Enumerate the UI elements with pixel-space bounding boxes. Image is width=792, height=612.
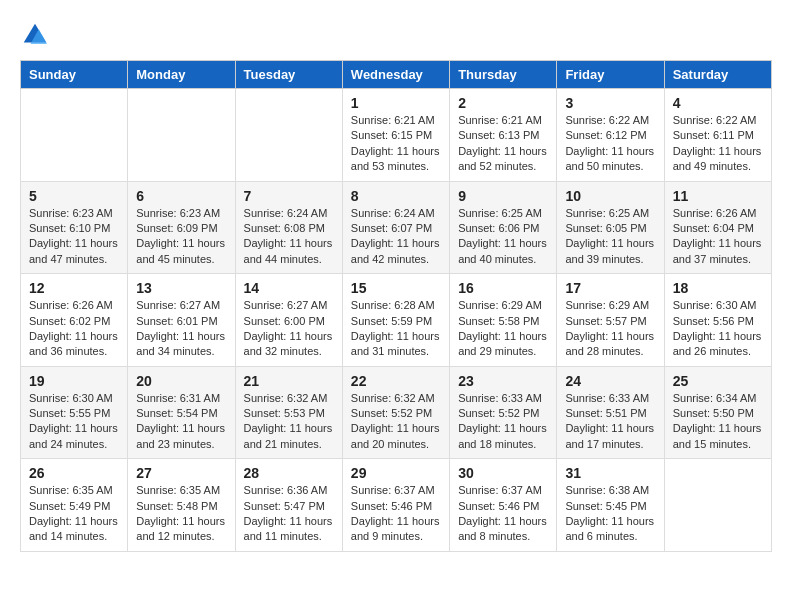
day-number: 4 (673, 95, 763, 111)
cell-content: Sunrise: 6:30 AM Sunset: 5:55 PM Dayligh… (29, 391, 119, 453)
weekday-header-tuesday: Tuesday (235, 61, 342, 89)
calendar-cell: 8Sunrise: 6:24 AM Sunset: 6:07 PM Daylig… (342, 181, 449, 274)
day-number: 3 (565, 95, 655, 111)
day-number: 23 (458, 373, 548, 389)
calendar-cell: 6Sunrise: 6:23 AM Sunset: 6:09 PM Daylig… (128, 181, 235, 274)
cell-content: Sunrise: 6:23 AM Sunset: 6:10 PM Dayligh… (29, 206, 119, 268)
cell-content: Sunrise: 6:25 AM Sunset: 6:06 PM Dayligh… (458, 206, 548, 268)
week-row-5: 26Sunrise: 6:35 AM Sunset: 5:49 PM Dayli… (21, 459, 772, 552)
calendar-cell: 5Sunrise: 6:23 AM Sunset: 6:10 PM Daylig… (21, 181, 128, 274)
day-number: 8 (351, 188, 441, 204)
weekday-header-thursday: Thursday (450, 61, 557, 89)
calendar-cell: 22Sunrise: 6:32 AM Sunset: 5:52 PM Dayli… (342, 366, 449, 459)
cell-content: Sunrise: 6:38 AM Sunset: 5:45 PM Dayligh… (565, 483, 655, 545)
cell-content: Sunrise: 6:35 AM Sunset: 5:48 PM Dayligh… (136, 483, 226, 545)
day-number: 13 (136, 280, 226, 296)
day-number: 24 (565, 373, 655, 389)
calendar-cell: 30Sunrise: 6:37 AM Sunset: 5:46 PM Dayli… (450, 459, 557, 552)
cell-content: Sunrise: 6:29 AM Sunset: 5:58 PM Dayligh… (458, 298, 548, 360)
calendar-cell: 31Sunrise: 6:38 AM Sunset: 5:45 PM Dayli… (557, 459, 664, 552)
week-row-4: 19Sunrise: 6:30 AM Sunset: 5:55 PM Dayli… (21, 366, 772, 459)
day-number: 1 (351, 95, 441, 111)
weekday-header-sunday: Sunday (21, 61, 128, 89)
day-number: 11 (673, 188, 763, 204)
day-number: 9 (458, 188, 548, 204)
day-number: 16 (458, 280, 548, 296)
cell-content: Sunrise: 6:32 AM Sunset: 5:52 PM Dayligh… (351, 391, 441, 453)
cell-content: Sunrise: 6:36 AM Sunset: 5:47 PM Dayligh… (244, 483, 334, 545)
weekday-header-row: SundayMondayTuesdayWednesdayThursdayFrid… (21, 61, 772, 89)
cell-content: Sunrise: 6:21 AM Sunset: 6:15 PM Dayligh… (351, 113, 441, 175)
calendar-cell: 3Sunrise: 6:22 AM Sunset: 6:12 PM Daylig… (557, 89, 664, 182)
cell-content: Sunrise: 6:22 AM Sunset: 6:12 PM Dayligh… (565, 113, 655, 175)
day-number: 31 (565, 465, 655, 481)
calendar-cell: 19Sunrise: 6:30 AM Sunset: 5:55 PM Dayli… (21, 366, 128, 459)
day-number: 26 (29, 465, 119, 481)
calendar-cell: 25Sunrise: 6:34 AM Sunset: 5:50 PM Dayli… (664, 366, 771, 459)
cell-content: Sunrise: 6:33 AM Sunset: 5:52 PM Dayligh… (458, 391, 548, 453)
day-number: 12 (29, 280, 119, 296)
calendar-cell: 9Sunrise: 6:25 AM Sunset: 6:06 PM Daylig… (450, 181, 557, 274)
day-number: 2 (458, 95, 548, 111)
calendar-cell: 18Sunrise: 6:30 AM Sunset: 5:56 PM Dayli… (664, 274, 771, 367)
calendar-cell: 29Sunrise: 6:37 AM Sunset: 5:46 PM Dayli… (342, 459, 449, 552)
weekday-header-wednesday: Wednesday (342, 61, 449, 89)
calendar-cell: 13Sunrise: 6:27 AM Sunset: 6:01 PM Dayli… (128, 274, 235, 367)
calendar-cell: 16Sunrise: 6:29 AM Sunset: 5:58 PM Dayli… (450, 274, 557, 367)
cell-content: Sunrise: 6:24 AM Sunset: 6:07 PM Dayligh… (351, 206, 441, 268)
weekday-header-friday: Friday (557, 61, 664, 89)
calendar-cell: 1Sunrise: 6:21 AM Sunset: 6:15 PM Daylig… (342, 89, 449, 182)
cell-content: Sunrise: 6:21 AM Sunset: 6:13 PM Dayligh… (458, 113, 548, 175)
calendar-cell: 23Sunrise: 6:33 AM Sunset: 5:52 PM Dayli… (450, 366, 557, 459)
day-number: 7 (244, 188, 334, 204)
cell-content: Sunrise: 6:31 AM Sunset: 5:54 PM Dayligh… (136, 391, 226, 453)
calendar-cell: 21Sunrise: 6:32 AM Sunset: 5:53 PM Dayli… (235, 366, 342, 459)
week-row-1: 1Sunrise: 6:21 AM Sunset: 6:15 PM Daylig… (21, 89, 772, 182)
day-number: 29 (351, 465, 441, 481)
calendar-cell: 4Sunrise: 6:22 AM Sunset: 6:11 PM Daylig… (664, 89, 771, 182)
page-header (20, 20, 772, 50)
cell-content: Sunrise: 6:26 AM Sunset: 6:02 PM Dayligh… (29, 298, 119, 360)
day-number: 5 (29, 188, 119, 204)
calendar-cell (664, 459, 771, 552)
day-number: 17 (565, 280, 655, 296)
cell-content: Sunrise: 6:27 AM Sunset: 6:01 PM Dayligh… (136, 298, 226, 360)
calendar-cell: 7Sunrise: 6:24 AM Sunset: 6:08 PM Daylig… (235, 181, 342, 274)
calendar-cell: 24Sunrise: 6:33 AM Sunset: 5:51 PM Dayli… (557, 366, 664, 459)
day-number: 19 (29, 373, 119, 389)
cell-content: Sunrise: 6:34 AM Sunset: 5:50 PM Dayligh… (673, 391, 763, 453)
cell-content: Sunrise: 6:24 AM Sunset: 6:08 PM Dayligh… (244, 206, 334, 268)
calendar-cell (21, 89, 128, 182)
cell-content: Sunrise: 6:23 AM Sunset: 6:09 PM Dayligh… (136, 206, 226, 268)
cell-content: Sunrise: 6:35 AM Sunset: 5:49 PM Dayligh… (29, 483, 119, 545)
day-number: 25 (673, 373, 763, 389)
cell-content: Sunrise: 6:30 AM Sunset: 5:56 PM Dayligh… (673, 298, 763, 360)
calendar-cell (235, 89, 342, 182)
logo (20, 20, 54, 50)
calendar-cell: 27Sunrise: 6:35 AM Sunset: 5:48 PM Dayli… (128, 459, 235, 552)
cell-content: Sunrise: 6:22 AM Sunset: 6:11 PM Dayligh… (673, 113, 763, 175)
cell-content: Sunrise: 6:33 AM Sunset: 5:51 PM Dayligh… (565, 391, 655, 453)
day-number: 30 (458, 465, 548, 481)
cell-content: Sunrise: 6:28 AM Sunset: 5:59 PM Dayligh… (351, 298, 441, 360)
day-number: 10 (565, 188, 655, 204)
cell-content: Sunrise: 6:26 AM Sunset: 6:04 PM Dayligh… (673, 206, 763, 268)
calendar-cell: 28Sunrise: 6:36 AM Sunset: 5:47 PM Dayli… (235, 459, 342, 552)
cell-content: Sunrise: 6:37 AM Sunset: 5:46 PM Dayligh… (458, 483, 548, 545)
calendar-cell: 17Sunrise: 6:29 AM Sunset: 5:57 PM Dayli… (557, 274, 664, 367)
cell-content: Sunrise: 6:29 AM Sunset: 5:57 PM Dayligh… (565, 298, 655, 360)
calendar-cell: 11Sunrise: 6:26 AM Sunset: 6:04 PM Dayli… (664, 181, 771, 274)
calendar-cell: 12Sunrise: 6:26 AM Sunset: 6:02 PM Dayli… (21, 274, 128, 367)
cell-content: Sunrise: 6:25 AM Sunset: 6:05 PM Dayligh… (565, 206, 655, 268)
day-number: 22 (351, 373, 441, 389)
weekday-header-saturday: Saturday (664, 61, 771, 89)
day-number: 15 (351, 280, 441, 296)
day-number: 18 (673, 280, 763, 296)
day-number: 6 (136, 188, 226, 204)
calendar-cell: 20Sunrise: 6:31 AM Sunset: 5:54 PM Dayli… (128, 366, 235, 459)
calendar-cell: 14Sunrise: 6:27 AM Sunset: 6:00 PM Dayli… (235, 274, 342, 367)
day-number: 14 (244, 280, 334, 296)
cell-content: Sunrise: 6:37 AM Sunset: 5:46 PM Dayligh… (351, 483, 441, 545)
week-row-2: 5Sunrise: 6:23 AM Sunset: 6:10 PM Daylig… (21, 181, 772, 274)
calendar-cell (128, 89, 235, 182)
